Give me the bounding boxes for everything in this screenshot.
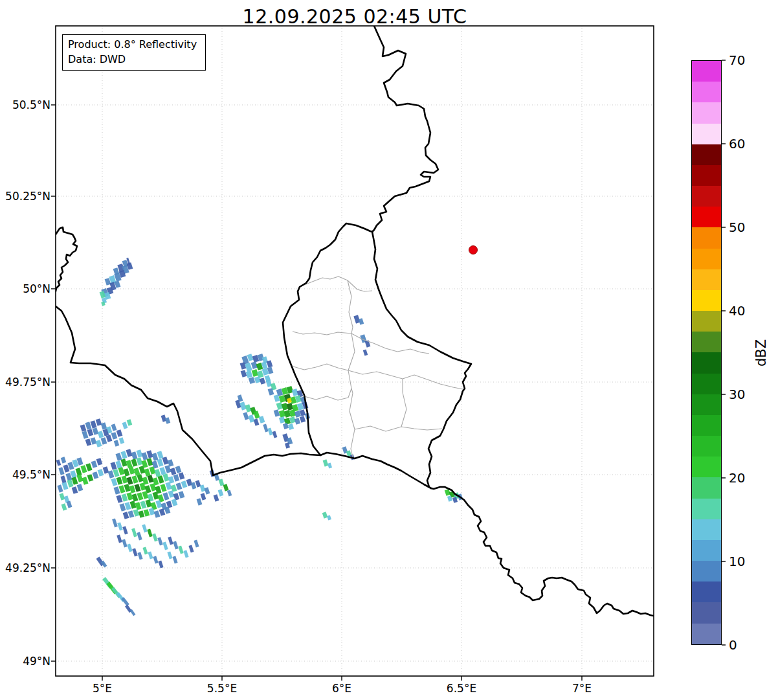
radar-echo-cell [322, 512, 328, 518]
radar-echo-cell [295, 418, 300, 425]
radar-echo-cell [77, 484, 83, 491]
radar-echo-cell [272, 431, 278, 438]
radar-echo-cell [359, 318, 364, 324]
radar-echo-cell [126, 492, 133, 501]
radar-echo-cell [243, 412, 249, 420]
colorbar-tick-marks [722, 60, 726, 645]
radar-echo-cell [160, 484, 166, 492]
radar-echo-cell [134, 484, 140, 492]
radar-echo-cell [137, 552, 142, 559]
colorbar-segment [692, 415, 721, 436]
radar-echo-cell [107, 470, 114, 479]
radar-echo-cell [188, 545, 194, 552]
radar-echo-cell [128, 466, 135, 475]
radar-echo-cell [127, 419, 132, 425]
luxembourg-outline [283, 223, 471, 488]
district-border-path [355, 426, 442, 431]
radar-echo-cell [157, 475, 164, 484]
radar-echo-cell [131, 493, 138, 502]
radar-echo-cell [116, 495, 122, 503]
radar-echo-cell [328, 462, 332, 468]
radar-echo-cell [223, 484, 229, 491]
colorbar-segment [692, 602, 721, 623]
colorbar-segment [692, 374, 721, 394]
radar-echo-cell [241, 370, 247, 378]
radar-echo-cell [61, 457, 66, 463]
radar-echo-cell [178, 546, 183, 554]
radar-echo-cell [227, 490, 232, 496]
colorbar-segment [692, 144, 721, 165]
district-border-path [304, 389, 351, 400]
district-border-path [348, 333, 355, 393]
radar-echo-cell [144, 509, 150, 517]
radar-echo-cell [363, 349, 368, 356]
radar-echo-cell [168, 537, 173, 545]
radar-echo-cell [200, 484, 206, 491]
colorbar-segment [692, 519, 721, 540]
radar-echo-cell [135, 502, 141, 510]
x-tick-label: 7°E [553, 682, 611, 695]
radar-echo-cell [122, 526, 128, 535]
colorbar-segment [692, 581, 721, 602]
radar-echo-cell [129, 485, 135, 493]
y-tick-label: 50.25°N [4, 190, 50, 203]
radar-site-marker [469, 246, 478, 254]
radar-echo-cell [183, 550, 188, 558]
district-border-path [300, 277, 372, 291]
radar-echo-cell [142, 547, 148, 554]
colorbar-tick-label: 70 [729, 52, 745, 68]
radar-echo-cell [121, 475, 128, 484]
radar-echo-layer [56, 258, 463, 616]
radar-echo-cell [246, 370, 253, 378]
colorbar-segment [692, 290, 721, 311]
district-border-path [401, 379, 406, 427]
radar-echo-cell [119, 503, 126, 512]
radar-echo-cell [90, 420, 96, 429]
radar-echo-cell [106, 435, 113, 442]
radar-echo-cell [129, 501, 136, 509]
radar-echo-cell [115, 453, 122, 461]
radar-echo-cell [93, 427, 99, 435]
radar-echo-cell [120, 458, 127, 467]
radar-echo-cell [191, 482, 197, 489]
data-source-line: Data: DWD [68, 52, 200, 67]
district-border-path [348, 370, 463, 389]
axis-tick-marks [51, 105, 582, 681]
colorbar-segment [692, 207, 721, 227]
radar-echo-cell [91, 460, 98, 468]
colorbar-segment [692, 561, 721, 581]
radar-echo-cell [194, 539, 199, 547]
radar-echo-cell [141, 452, 148, 460]
radar-echo-cell [101, 437, 107, 445]
district-border-path [350, 393, 355, 457]
radar-echo-cell [176, 482, 183, 490]
colorbar-tick-label: 20 [729, 470, 745, 486]
radar-echo-cell [131, 528, 137, 537]
product-info-box: Product: 0.8° Reflectivity Data: DWD [62, 34, 206, 71]
radar-echo-cell [91, 437, 97, 445]
radar-echo-cell [267, 427, 272, 435]
radar-echo-cell [103, 466, 109, 474]
radar-echo-cell [162, 542, 168, 550]
colorbar-tick-label: 0 [729, 637, 737, 653]
y-tick-label: 49°N [4, 655, 50, 668]
colorbar-tick-label: 10 [729, 554, 745, 569]
radar-echo-cell [96, 458, 103, 466]
product-info-line: Product: 0.8° Reflectivity [68, 37, 200, 52]
radar-echo-cell [132, 548, 137, 557]
radar-echo-cell [148, 551, 153, 559]
colorbar-segment [692, 457, 721, 477]
radar-echo-cell [101, 422, 107, 430]
radar-echo-cell [249, 377, 255, 384]
radar-echo-cell [120, 451, 127, 459]
colorbar-segment [692, 186, 721, 207]
colorbar-segment [692, 102, 721, 123]
radar-echo-cell [98, 469, 104, 477]
radar-echo-cell [58, 467, 64, 475]
radar-echo-cell [117, 429, 123, 437]
district-border-path [293, 364, 348, 370]
radar-echo-cell [254, 418, 260, 425]
colorbar-segment [692, 394, 721, 415]
radar-echo-cell [117, 523, 122, 531]
radar-echo-cell [165, 417, 170, 423]
